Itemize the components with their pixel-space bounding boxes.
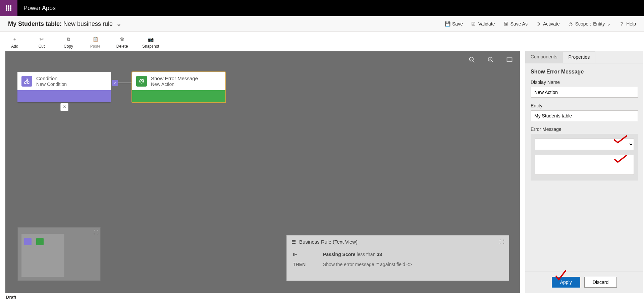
validate-label: Validate	[478, 21, 495, 27]
minimap[interactable]: ⛶	[17, 227, 101, 281]
cut-button[interactable]: ✄Cut	[35, 36, 48, 49]
designer-canvas[interactable]: Condition New Condition ✓ ✕ Show Error M…	[5, 51, 520, 293]
action-node[interactable]: Show Error Message New Action	[132, 72, 225, 102]
chevron-down-icon: ⌄	[116, 20, 121, 27]
delete-button[interactable]: 🗑Delete	[115, 36, 129, 49]
svg-point-16	[141, 80, 143, 82]
condition-icon	[21, 76, 32, 87]
discard-button[interactable]: Discard	[584, 277, 617, 288]
condition-node[interactable]: Condition New Condition	[17, 72, 111, 102]
scissors-icon: ✄	[38, 36, 45, 43]
error-message-text-input[interactable]	[535, 155, 634, 175]
global-header: Power Apps	[0, 0, 644, 16]
action-icon	[136, 76, 147, 87]
trash-icon: 🗑	[119, 36, 125, 43]
activate-label: Activate	[543, 21, 560, 27]
command-bar: My Students table: New business rule ⌄ 💾…	[0, 16, 644, 32]
scope-icon: ◔	[568, 21, 573, 27]
svg-line-17	[143, 79, 144, 79]
breadcrumb[interactable]: My Students table: New business rule ⌄	[8, 20, 121, 28]
zoom-in-button[interactable]	[487, 56, 494, 63]
svg-line-4	[492, 60, 493, 62]
business-rule-text-view: ☰ Business Rule (Text View) ⛶ IF Passing…	[286, 235, 509, 281]
expand-icon[interactable]: ⛶	[94, 230, 98, 234]
list-icon: ☰	[291, 239, 296, 245]
validate-icon: ☑	[471, 21, 476, 27]
minimap-viewport	[21, 234, 65, 277]
svg-line-1	[473, 60, 475, 62]
chevron-down-icon: ⌄	[607, 21, 611, 27]
svg-point-15	[140, 79, 144, 83]
display-name-label: Display Name	[531, 80, 638, 85]
validate-button[interactable]: ☑ Validate	[471, 21, 495, 27]
scope-value: Entity	[593, 21, 605, 27]
activate-icon: ⊙	[536, 21, 541, 27]
error-message-field-select[interactable]	[535, 139, 634, 150]
plus-icon: ＋	[11, 36, 18, 43]
svg-rect-7	[507, 58, 512, 62]
app-launcher-button[interactable]	[0, 0, 17, 16]
entity-label: Entity	[531, 103, 638, 108]
copy-icon: ⧉	[65, 36, 72, 43]
zoom-out-button[interactable]	[468, 56, 476, 63]
activate-button[interactable]: ⊙ Activate	[536, 21, 560, 27]
help-icon: ?	[619, 21, 624, 27]
save-as-icon: 🖫	[503, 21, 508, 27]
status-bar: Draft	[0, 293, 644, 302]
waffle-icon	[6, 5, 11, 11]
action-subtitle: New Action	[151, 82, 198, 87]
action-title: Show Error Message	[151, 76, 198, 82]
if-expression: Passing Score less than 33	[323, 252, 382, 257]
save-icon: 💾	[445, 21, 450, 27]
text-view-title: Business Rule (Text View)	[299, 239, 358, 245]
save-as-button[interactable]: 🖫 Save As	[503, 21, 528, 27]
panel-section-title: Show Error Message	[531, 69, 638, 75]
condition-footer	[17, 90, 111, 102]
breadcrumb-prefix: My Students table:	[8, 20, 62, 27]
designer-toolbar: ＋Add ✄Cut ⧉Copy 📋Paste 🗑Delete 📷Snapshot	[0, 32, 644, 51]
paste-icon: 📋	[92, 36, 99, 43]
save-button[interactable]: 💾 Save	[445, 21, 463, 27]
properties-panel: Components Properties Show Error Message…	[525, 51, 643, 293]
fit-to-screen-button[interactable]	[506, 56, 513, 63]
annotation-checkmark	[555, 269, 567, 282]
add-button[interactable]: ＋Add	[8, 36, 21, 49]
entity-input[interactable]	[531, 110, 638, 121]
copy-button[interactable]: ⧉Copy	[62, 36, 75, 49]
svg-rect-10	[28, 82, 29, 84]
display-name-input[interactable]	[531, 87, 638, 98]
expand-icon[interactable]: ⛶	[499, 239, 504, 245]
snapshot-button[interactable]: 📷Snapshot	[142, 36, 159, 49]
tab-properties[interactable]: Properties	[562, 51, 595, 63]
camera-icon: 📷	[147, 36, 154, 43]
action-footer	[132, 90, 225, 102]
tab-components[interactable]: Components	[525, 51, 562, 63]
paste-button[interactable]: 📋Paste	[89, 36, 102, 49]
true-branch-marker: ✓	[112, 80, 118, 86]
collapse-branch-button[interactable]: ✕	[60, 103, 68, 111]
error-message-label: Error Message	[531, 127, 638, 132]
svg-rect-8	[26, 79, 28, 81]
scope-selector[interactable]: ◔ Scope : Entity ⌄	[568, 21, 611, 27]
save-as-label: Save As	[511, 21, 528, 27]
app-title: Power Apps	[23, 5, 56, 12]
svg-rect-9	[24, 82, 26, 84]
help-button[interactable]: ? Help	[619, 21, 636, 27]
condition-subtitle: New Condition	[36, 82, 67, 87]
if-label: IF	[293, 252, 310, 257]
help-label: Help	[626, 21, 636, 27]
condition-title: Condition	[36, 76, 67, 82]
breadcrumb-title: New business rule	[63, 20, 113, 27]
then-label: THEN	[293, 262, 310, 267]
minimap-condition-node	[24, 238, 32, 245]
then-expression: Show the error message "" against field …	[323, 262, 412, 267]
status-label: Draft	[6, 295, 16, 300]
scope-label: Scope :	[575, 21, 591, 27]
save-label: Save	[452, 21, 463, 27]
minimap-action-node	[36, 238, 44, 245]
connector-line	[118, 83, 132, 83]
